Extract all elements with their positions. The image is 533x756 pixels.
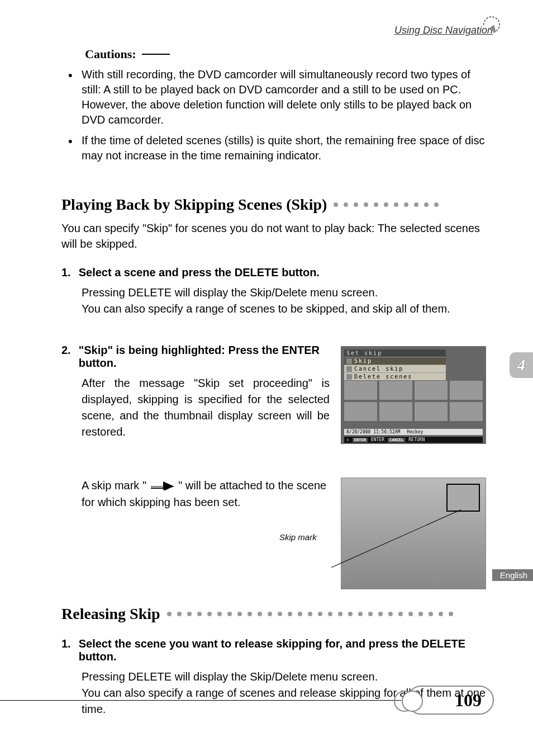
step-title: Select a scene and press the DELETE butt…	[79, 266, 320, 279]
skip-mark-inset	[446, 484, 480, 512]
status-bar: 8/20/2000 11:56:52AM Hockey	[344, 429, 483, 435]
cautions-heading: Cautions:	[85, 47, 486, 62]
scene-thumbnail	[415, 402, 448, 421]
step-body-line: You can also specify a range of scenes t…	[82, 301, 486, 317]
step-number: 2.	[61, 344, 71, 370]
cautions-heading-text: Cautions:	[85, 47, 136, 62]
page-number-badge: 109	[407, 686, 494, 715]
command-bar: ⇕ ENTER ENTER CANCEL RETURN	[344, 437, 483, 443]
scissors-icon	[346, 358, 352, 364]
chapter-number: 4	[517, 356, 525, 374]
updown-icon: ⇕	[346, 437, 349, 442]
menu-title: Set skip	[344, 349, 446, 357]
chapter-tab: 4	[510, 352, 533, 378]
disc-circles-icon	[393, 689, 425, 716]
scene-thumbnail	[379, 402, 412, 421]
section-intro: You can specify "Skip" for scenes you do…	[61, 220, 486, 252]
skip-mark-label: Skip mark	[279, 532, 317, 542]
step-title: "Skip" is being highlighted: Press the E…	[79, 344, 330, 370]
enter-button-label: ENTER	[353, 438, 368, 442]
menu-item-skip: Skip	[344, 357, 446, 365]
step-title: Select the scene you want to release ski…	[79, 637, 486, 663]
scene-thumbnail	[415, 381, 448, 400]
scene-thumbnail	[450, 402, 483, 421]
camcorder-screenshot: Set skip Skip Cancel skip Delete scenes …	[341, 346, 486, 444]
scene-thumbnail	[450, 381, 483, 400]
step-number: 1.	[61, 266, 71, 279]
heading-rule	[142, 54, 170, 55]
page-footer: 109	[0, 686, 494, 715]
cancel-button-label: CANCEL	[388, 438, 405, 442]
skip-mark-note: A skip mark " " will be attached to the …	[61, 478, 486, 589]
heading-dots	[334, 202, 439, 207]
trash-icon	[346, 374, 352, 380]
step-1: 1. Select a scene and press the DELETE b…	[61, 266, 486, 317]
heading-dots	[167, 612, 453, 616]
step-body-line: Pressing DELETE will display the Skip/De…	[82, 669, 486, 685]
disc-nav-icon	[479, 12, 504, 37]
callout-line	[331, 509, 461, 568]
step-2: 2. "Skip" is being highlighted: Press th…	[61, 344, 486, 444]
status-timestamp: 8/20/2000 11:56:52AM	[346, 429, 400, 434]
scene-thumbnail	[344, 381, 377, 400]
page-number: 109	[455, 690, 482, 711]
scene-photo	[341, 478, 486, 589]
footer-rule	[0, 700, 401, 701]
scene-thumbnail	[344, 402, 377, 421]
menu-panel: Set skip Skip Cancel skip Delete scenes	[344, 349, 446, 380]
cautions-list: With still recording, the DVD camcorder …	[61, 67, 486, 163]
cancel-icon	[346, 366, 352, 372]
svg-point-1	[402, 691, 422, 711]
scene-thumbnail	[379, 381, 412, 400]
menu-item-cancel-skip: Cancel skip	[344, 365, 446, 372]
menu-item-delete: Delete scenes	[344, 372, 446, 380]
status-scene-name: Hockey	[407, 429, 423, 434]
section-heading-skip: Playing Back by Skipping Scenes (Skip)	[61, 196, 486, 214]
skipmark-text-pre: A skip mark "	[82, 479, 146, 492]
step-number: 1.	[61, 637, 71, 663]
enter-action: ENTER	[371, 437, 384, 442]
caution-item: If the time of deleted scenes (stills) i…	[61, 133, 486, 163]
section-heading-text: Playing Back by Skipping Scenes (Skip)	[61, 196, 327, 214]
step-body-line: After the message "Skip set proceeding" …	[82, 375, 330, 440]
language-tab: English	[492, 569, 533, 581]
caution-item: With still recording, the DVD camcorder …	[61, 67, 486, 127]
skip-mark-icon	[150, 479, 175, 494]
thumbnail-grid	[344, 381, 483, 421]
header-section-label: Using Disc Navigation	[394, 25, 493, 36]
cancel-action: RETURN	[408, 437, 425, 442]
step-body-line: Pressing DELETE will display the Skip/De…	[82, 285, 486, 301]
section-heading-text: Releasing Skip	[61, 605, 160, 623]
section-heading-release: Releasing Skip	[61, 605, 486, 623]
